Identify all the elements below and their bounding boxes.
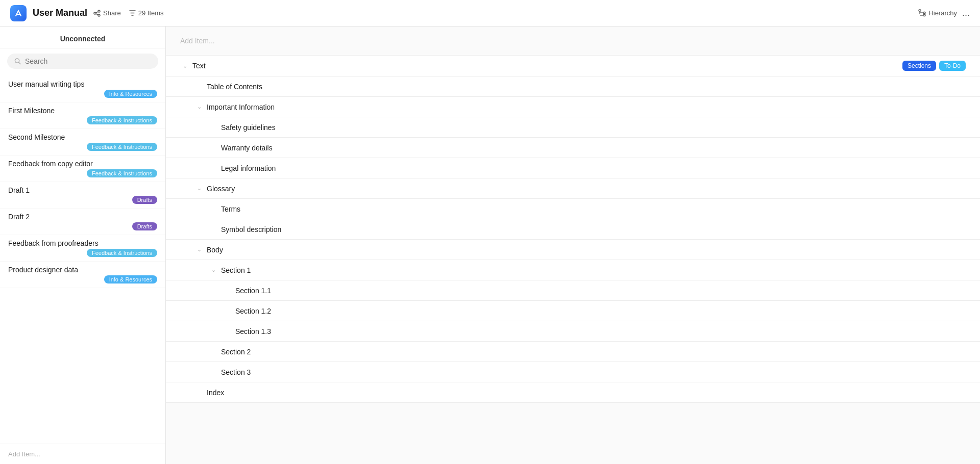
- search-input[interactable]: [25, 57, 151, 65]
- topbar-right: Hierarchy ...: [918, 8, 970, 18]
- topbar: User Manual Share 29 Items: [0, 0, 980, 27]
- row-label: Table of Contents: [207, 83, 966, 91]
- chevron-icon: ⌄: [209, 266, 218, 275]
- badge: Sections: [902, 61, 936, 71]
- sidebar-item-name: User manual writing tips: [8, 80, 157, 88]
- sidebar-item-name: Second Milestone: [8, 133, 157, 141]
- row-label: Index: [207, 389, 966, 397]
- topbar-left: User Manual Share 29 Items: [10, 5, 164, 21]
- svg-line-4: [96, 14, 98, 15]
- topbar-meta: Share 29 Items: [93, 9, 164, 17]
- sidebar-item-tag: Drafts: [132, 222, 157, 230]
- svg-rect-6: [923, 12, 925, 14]
- row-label: Section 1: [221, 266, 966, 274]
- tree-row[interactable]: ⌄ Glossary: [166, 178, 980, 199]
- items-count: 29 Items: [129, 9, 164, 17]
- sidebar-item-name: First Milestone: [8, 107, 157, 115]
- sidebar-item-tag: Info & Resources: [104, 275, 157, 283]
- main-add-item[interactable]: Add Item...: [166, 27, 980, 56]
- more-label: ...: [962, 8, 970, 18]
- chevron-icon: ⌄: [194, 102, 204, 112]
- hierarchy-icon: [918, 9, 926, 17]
- tree-row[interactable]: ⌄ Section 1: [166, 260, 980, 280]
- tree-row[interactable]: Table of Contents: [166, 76, 980, 97]
- row-label: Section 1.3: [235, 327, 966, 336]
- tree-row[interactable]: Warranty details: [166, 138, 980, 158]
- sidebar-item-tag: Feedback & Instructions: [87, 169, 157, 177]
- sidebar-item-name: Product designer data: [8, 266, 157, 274]
- tree-row[interactable]: Index: [166, 382, 980, 403]
- row-label: Section 1.1: [235, 287, 966, 295]
- row-label: Body: [207, 246, 966, 254]
- sidebar-item[interactable]: Feedback from proofreaders Feedback & In…: [0, 235, 165, 262]
- sidebar-item[interactable]: Draft 2 Drafts: [0, 209, 165, 235]
- tree-row[interactable]: Section 1.3: [166, 321, 980, 342]
- sidebar-item[interactable]: Draft 1 Drafts: [0, 182, 165, 209]
- row-label: Section 3: [221, 368, 966, 376]
- filter-icon: [129, 10, 136, 16]
- hierarchy-button[interactable]: Hierarchy: [918, 9, 957, 17]
- main-layout: Unconnected User manual writing tips Inf…: [0, 27, 980, 464]
- svg-point-0: [98, 10, 100, 12]
- chevron-icon: ⌄: [180, 61, 189, 70]
- main-add-item-label: Add Item...: [180, 37, 215, 45]
- sidebar-add-item-label: Add Item...: [8, 450, 40, 458]
- row-label: Legal information: [221, 164, 966, 172]
- share-button[interactable]: Share: [93, 9, 121, 17]
- share-label: Share: [103, 9, 121, 17]
- search-input-wrapper[interactable]: [7, 54, 158, 69]
- tree-row[interactable]: Safety guidelines: [166, 117, 980, 138]
- svg-rect-7: [923, 15, 925, 16]
- tree-row[interactable]: Section 3: [166, 362, 980, 382]
- sidebar-item-tag: Feedback & Instructions: [87, 116, 157, 124]
- sidebar-item[interactable]: User manual writing tips Info & Resource…: [0, 76, 165, 102]
- badge: To-Do: [939, 61, 966, 71]
- sidebar: Unconnected User manual writing tips Inf…: [0, 27, 166, 464]
- svg-point-2: [98, 14, 100, 16]
- app-icon: [10, 5, 27, 21]
- row-label: Terms: [221, 205, 966, 213]
- tree-container: ⌄ Text SectionsTo-Do Table of Contents ⌄…: [166, 56, 980, 413]
- svg-point-1: [94, 12, 96, 14]
- svg-line-12: [19, 62, 20, 64]
- row-label: Warranty details: [221, 144, 966, 152]
- sidebar-item-tag: Feedback & Instructions: [87, 249, 157, 257]
- row-label: Safety guidelines: [221, 123, 966, 132]
- sidebar-item-name: Feedback from copy editor: [8, 160, 157, 168]
- sidebar-item[interactable]: First Milestone Feedback & Instructions: [0, 102, 165, 129]
- sidebar-item[interactable]: Product designer data Info & Resources: [0, 262, 165, 288]
- svg-line-3: [96, 12, 98, 13]
- tree-row[interactable]: Terms: [166, 199, 980, 219]
- row-label: Text: [192, 62, 902, 70]
- sidebar-title: Unconnected: [60, 35, 106, 43]
- sidebar-add-item[interactable]: Add Item...: [0, 444, 165, 464]
- sidebar-item-name: Feedback from proofreaders: [8, 239, 157, 247]
- tree-row[interactable]: ⌄ Text SectionsTo-Do: [166, 56, 980, 76]
- sidebar-item-tag: Drafts: [132, 196, 157, 204]
- more-options-button[interactable]: ...: [962, 8, 970, 18]
- sidebar-item-name: Draft 1: [8, 186, 157, 194]
- hierarchy-label: Hierarchy: [928, 9, 957, 17]
- sidebar-item-tag: Info & Resources: [104, 90, 157, 98]
- chevron-icon: ⌄: [194, 245, 204, 254]
- share-icon: [93, 10, 101, 17]
- sidebar-header: Unconnected: [0, 27, 165, 48]
- tree-row[interactable]: Section 2: [166, 342, 980, 362]
- tree-row[interactable]: ⌄ Important Information: [166, 97, 980, 117]
- tree-row[interactable]: Section 1.1: [166, 280, 980, 301]
- sidebar-item[interactable]: Second Milestone Feedback & Instructions: [0, 129, 165, 156]
- tree-row[interactable]: Symbol description: [166, 219, 980, 240]
- svg-rect-5: [919, 10, 921, 11]
- tree-row[interactable]: Legal information: [166, 158, 980, 178]
- tree-row[interactable]: Section 1.2: [166, 301, 980, 321]
- row-label: Glossary: [207, 185, 966, 193]
- sidebar-item[interactable]: Feedback from copy editor Feedback & Ins…: [0, 156, 165, 182]
- tree-row[interactable]: ⌄ Body: [166, 240, 980, 260]
- row-label: Section 2: [221, 348, 966, 356]
- row-label: Section 1.2: [235, 307, 966, 315]
- items-count-label: 29 Items: [138, 9, 164, 17]
- chevron-icon: ⌄: [194, 184, 204, 193]
- app-title: User Manual: [33, 8, 87, 18]
- sidebar-item-tag: Feedback & Instructions: [87, 143, 157, 151]
- search-icon: [14, 58, 21, 65]
